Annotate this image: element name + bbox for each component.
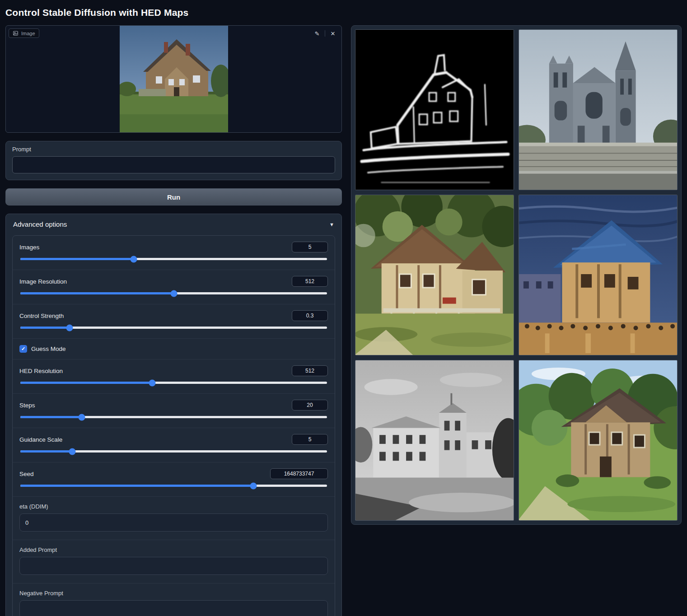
painterly-graphic bbox=[519, 195, 677, 355]
negative-prompt-input[interactable] bbox=[19, 600, 328, 616]
image-resolution-slider-row: Image Resolution 512 bbox=[13, 270, 335, 304]
left-column: Image ✎ ✕ bbox=[5, 25, 342, 616]
grayscale-building-graphic bbox=[355, 360, 514, 520]
steps-value-input[interactable]: 20 bbox=[292, 400, 328, 411]
actions-divider bbox=[325, 30, 325, 37]
hed-map-graphic bbox=[355, 30, 514, 190]
guidance-scale-slider[interactable] bbox=[20, 450, 327, 453]
gallery-item-hed-map[interactable] bbox=[355, 29, 514, 190]
image-resolution-value-input[interactable]: 512 bbox=[292, 276, 328, 287]
cottage-graphic bbox=[355, 195, 514, 355]
right-column bbox=[351, 25, 682, 525]
added-prompt-row: Added Prompt bbox=[13, 540, 335, 583]
steps-slider[interactable] bbox=[20, 416, 327, 418]
guess-mode-checkbox-row[interactable]: Guess Mode bbox=[13, 339, 335, 359]
edit-image-button[interactable]: ✎ bbox=[312, 28, 322, 38]
eta-row: eta (DDIM) bbox=[13, 497, 335, 540]
hed-resolution-slider[interactable] bbox=[20, 382, 327, 384]
steps-slider-row: Steps 20 bbox=[13, 394, 335, 428]
gallery-item-cottage[interactable] bbox=[355, 195, 514, 355]
control-strength-label: Control Strength bbox=[19, 313, 64, 319]
hed-resolution-label: HED Resolution bbox=[19, 368, 63, 374]
image-upload[interactable]: Image ✎ ✕ bbox=[5, 25, 342, 133]
eta-label: eta (DDIM) bbox=[19, 503, 328, 510]
seed-slider[interactable] bbox=[20, 485, 327, 487]
added-prompt-label: Added Prompt bbox=[19, 546, 328, 553]
advanced-controls-group: Images 5 Image Resolution 512 bbox=[12, 235, 335, 616]
clear-image-button[interactable]: ✕ bbox=[328, 28, 338, 38]
image-actions: ✎ ✕ bbox=[312, 28, 338, 38]
guess-mode-label: Guess Mode bbox=[31, 345, 66, 352]
uploaded-image[interactable] bbox=[6, 26, 341, 132]
guidance-scale-value-input[interactable]: 5 bbox=[292, 434, 328, 445]
seed-label: Seed bbox=[19, 471, 34, 477]
guess-mode-checkbox[interactable] bbox=[19, 345, 27, 353]
steps-label: Steps bbox=[19, 402, 35, 409]
hed-resolution-value-input[interactable]: 512 bbox=[292, 365, 328, 376]
hed-resolution-slider-row: HED Resolution 512 bbox=[13, 359, 335, 394]
cathedral-graphic bbox=[519, 30, 677, 190]
output-gallery bbox=[351, 25, 682, 525]
chevron-down-icon: ▼ bbox=[329, 222, 334, 227]
images-slider-row: Images 5 bbox=[13, 236, 335, 270]
seed-slider-row: Seed 1648733747 bbox=[13, 462, 335, 497]
run-button[interactable]: Run bbox=[5, 188, 342, 205]
prompt-input[interactable] bbox=[12, 156, 335, 173]
page-title: Control Stable Diffusion with HED Maps bbox=[5, 7, 682, 18]
gallery-item-house-trees[interactable] bbox=[519, 360, 678, 521]
negative-prompt-label: Negative Prompt bbox=[19, 590, 328, 597]
added-prompt-input[interactable] bbox=[19, 557, 328, 575]
gallery-item-painterly[interactable] bbox=[519, 195, 678, 355]
gallery-item-cathedral[interactable] bbox=[519, 29, 678, 190]
gallery-item-grayscale[interactable] bbox=[355, 360, 514, 521]
control-strength-slider[interactable] bbox=[20, 327, 327, 329]
eta-input[interactable] bbox=[19, 513, 328, 532]
app-header: Control Stable Diffusion with HED Maps bbox=[0, 0, 687, 25]
uploaded-house-photo-graphic bbox=[120, 26, 228, 132]
advanced-options-accordion[interactable]: Advanced options ▼ bbox=[6, 214, 341, 234]
house-trees-graphic bbox=[519, 360, 677, 520]
control-strength-slider-row: Control Strength 0.3 bbox=[13, 304, 335, 339]
image-resolution-label: Image Resolution bbox=[19, 278, 67, 285]
gallery-grid bbox=[355, 29, 678, 521]
images-value-input[interactable]: 5 bbox=[292, 242, 328, 252]
prompt-label: Prompt bbox=[12, 146, 335, 153]
main-layout: Image ✎ ✕ bbox=[0, 25, 687, 616]
image-label-chip: Image bbox=[9, 28, 39, 38]
image-icon bbox=[13, 30, 19, 36]
advanced-options-panel: Advanced options ▼ Images 5 Image Resolu… bbox=[5, 214, 342, 616]
control-strength-value-input[interactable]: 0.3 bbox=[292, 310, 328, 321]
seed-value-input[interactable]: 1648733747 bbox=[270, 468, 328, 479]
guidance-scale-label: Guidance Scale bbox=[19, 436, 62, 443]
prompt-block: Prompt bbox=[5, 141, 342, 180]
image-resolution-slider[interactable] bbox=[20, 292, 327, 294]
images-label: Images bbox=[19, 244, 39, 251]
images-slider[interactable] bbox=[20, 258, 327, 260]
guidance-scale-slider-row: Guidance Scale 5 bbox=[13, 428, 335, 462]
advanced-options-title: Advanced options bbox=[13, 220, 67, 228]
image-label: Image bbox=[21, 31, 35, 36]
negative-prompt-row: Negative Prompt bbox=[13, 583, 335, 616]
